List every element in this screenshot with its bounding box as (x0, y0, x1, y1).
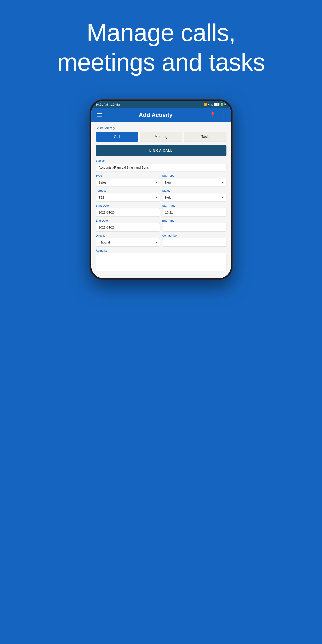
subject-label: Subject (96, 159, 226, 162)
startdate-group: Start Date (96, 204, 160, 217)
select-activity-group: Select Activity Call Meeting Task (96, 126, 226, 142)
type-subtype-row: Type Sales Sub Type New (96, 174, 226, 187)
call-activity-button[interactable]: Call (96, 132, 139, 142)
endtime-label: End Time (162, 219, 226, 222)
status-select[interactable]: Held (162, 193, 226, 202)
activity-selector: Call Meeting Task (96, 132, 226, 142)
subtype-select[interactable]: New (162, 178, 226, 187)
hero-title-line1: Manage calls, (87, 19, 236, 46)
phone-inner: 10:21 AM | 1.2KB/s 📶 ★ 4G ▊▊▊ 🔋89 Add Ac… (91, 101, 231, 278)
select-activity-label: Select Activity (96, 126, 226, 130)
status-label: Status (162, 189, 226, 192)
starttime-group: Start Time (162, 204, 226, 217)
hamburger-menu-icon[interactable] (97, 113, 102, 117)
contactno-label: Contact No. (162, 234, 226, 237)
hero-title: Manage calls, meetings and tasks (0, 18, 322, 77)
phone-frame: 10:21 AM | 1.2KB/s 📶 ★ 4G ▊▊▊ 🔋89 Add Ac… (90, 99, 233, 280)
subject-group: Subject (96, 159, 226, 172)
more-options-icon[interactable]: ⋮ (221, 112, 226, 118)
purpose-select[interactable]: TE9 (96, 193, 160, 202)
location-pin-icon[interactable]: 📍 (209, 112, 216, 118)
network-icon: 4G (211, 103, 214, 106)
direction-label: Direction (96, 234, 160, 237)
hero-title-line2: meetings and tasks (57, 48, 265, 76)
direction-group: Direction Inbound (96, 234, 160, 247)
contactno-input[interactable] (162, 238, 226, 247)
endtime-group: End Time (162, 219, 226, 232)
phone-container: 10:21 AM | 1.2KB/s 📶 ★ 4G ▊▊▊ 🔋89 Add Ac… (0, 99, 322, 280)
starttime-input[interactable] (162, 208, 226, 217)
signal-bars: ▊▊▊ (214, 103, 220, 106)
purpose-group: Purpose TE9 (96, 189, 160, 202)
type-label: Type (96, 174, 160, 177)
subtype-label: Sub Type (162, 174, 226, 177)
type-group: Type Sales (96, 174, 160, 187)
enddate-label: End Date (96, 219, 160, 222)
status-bar: 10:21 AM | 1.2KB/s 📶 ★ 4G ▊▊▊ 🔋89 (91, 101, 231, 108)
nav-icons: 📍 ⋮ (209, 112, 226, 118)
task-activity-button[interactable]: Task (184, 132, 226, 142)
remarks-input[interactable] (96, 253, 226, 271)
enddate-group: End Date (96, 219, 160, 232)
remarks-label: Remarks (96, 249, 226, 252)
meeting-activity-button[interactable]: Meeting (140, 132, 182, 142)
startdate-label: Start Date (96, 204, 160, 207)
link-call-button[interactable]: LINK A CALL (96, 145, 226, 156)
hero-section: Manage calls, meetings and tasks (0, 0, 322, 90)
purpose-status-row: Purpose TE9 Status Held (96, 189, 226, 202)
signal-icons: 📶 ★ 4G ▊▊▊ 🔋89 (204, 103, 226, 106)
startdate-input[interactable] (96, 208, 160, 217)
direction-select[interactable]: Inbound (96, 238, 160, 247)
enddate-endtime-row: End Date End Time (96, 219, 226, 232)
form-content: Select Activity Call Meeting Task LINK A… (91, 122, 231, 278)
status-time: 10:21 AM | 1.2KB/s (96, 103, 121, 106)
wifi-icon: 📶 (204, 103, 207, 106)
status-group: Status Held (162, 189, 226, 202)
starttime-label: Start Time (162, 204, 226, 207)
remarks-group: Remarks (96, 249, 226, 272)
subject-input[interactable] (96, 163, 226, 172)
battery-icon: 🔋89 (220, 103, 226, 106)
startdate-starttime-row: Start Date Start Time (96, 204, 226, 217)
enddate-input[interactable] (96, 223, 160, 232)
nav-bar: Add Activity 📍 ⋮ (91, 108, 231, 122)
type-select[interactable]: Sales (96, 178, 160, 187)
nav-title: Add Activity (139, 112, 173, 118)
bluetooth-icon: ★ (208, 103, 210, 106)
purpose-label: Purpose (96, 189, 160, 192)
direction-contact-row: Direction Inbound Contact No. (96, 234, 226, 247)
contactno-group: Contact No. (162, 234, 226, 247)
subtype-group: Sub Type New (162, 174, 226, 187)
endtime-input[interactable] (162, 223, 226, 232)
